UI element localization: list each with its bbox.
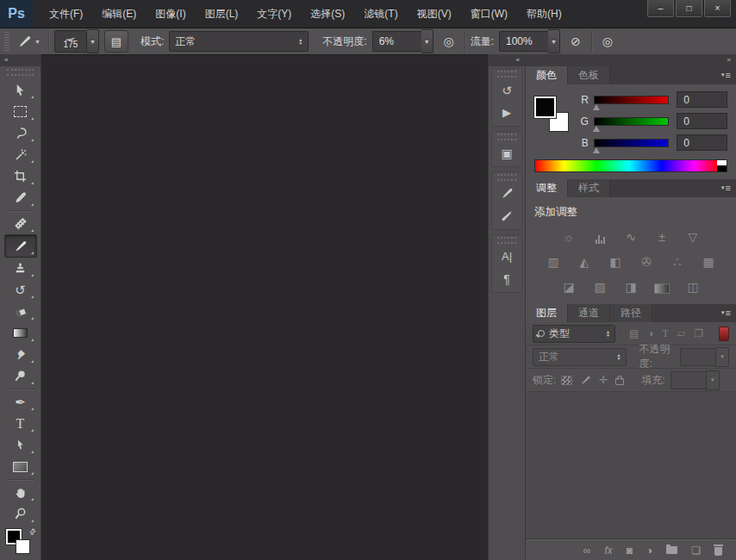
color-lookup-icon[interactable]: ▦ xyxy=(699,255,718,269)
menu-filter[interactable]: 滤镜(T) xyxy=(354,0,407,28)
lock-transparent-pixels-icon[interactable] xyxy=(561,376,572,385)
document-canvas[interactable] xyxy=(41,54,488,560)
layer-opacity-value[interactable] xyxy=(680,348,715,366)
layer-fill-value[interactable] xyxy=(671,371,706,389)
history-brush-tool[interactable]: ↺ xyxy=(5,279,36,301)
smudge-tool[interactable]: ☛ xyxy=(5,344,36,365)
dock-grip[interactable] xyxy=(497,237,516,244)
filter-type-layers-icon[interactable]: T xyxy=(663,327,669,340)
tool-preset-picker[interactable]: ▼ xyxy=(15,34,43,49)
slider-thumb[interactable] xyxy=(593,126,600,132)
lock-image-pixels-icon[interactable] xyxy=(580,375,591,386)
zoom-tool[interactable] xyxy=(5,503,36,525)
panel-menu-icon[interactable]: ▼≡ xyxy=(720,71,731,80)
flow-control[interactable]: 100% ▼ xyxy=(499,29,560,53)
filter-kind-select[interactable]: 类型 ▲▼ xyxy=(533,325,615,343)
levels-icon[interactable] xyxy=(590,230,609,244)
tablet-pressure-opacity-icon[interactable]: ◎ xyxy=(439,32,459,51)
toolbox-grip[interactable] xyxy=(7,69,34,76)
tablet-pressure-size-icon[interactable]: ◎ xyxy=(597,32,618,51)
dock-grip[interactable] xyxy=(497,71,516,78)
threshold-icon[interactable]: ◨ xyxy=(621,280,640,294)
dodge-tool[interactable] xyxy=(5,365,36,387)
chevron-down-icon[interactable]: ▼ xyxy=(87,29,99,53)
black-white-icon[interactable]: ◧ xyxy=(606,255,625,269)
exposure-icon[interactable]: ± xyxy=(652,230,671,244)
tab-swatches[interactable]: 色板 xyxy=(568,66,610,84)
menu-layer[interactable]: 图层(L) xyxy=(196,0,248,28)
slider-thumb[interactable] xyxy=(593,147,600,153)
brush-tool[interactable] xyxy=(4,234,37,258)
layer-style-icon[interactable]: fx xyxy=(604,544,612,557)
green-value[interactable]: 0 xyxy=(677,113,727,129)
menu-type[interactable]: 文字(Y) xyxy=(247,0,301,28)
horizontal-type-tool[interactable]: T xyxy=(5,413,36,434)
swap-colors-icon[interactable]: ⇄ xyxy=(28,526,38,538)
pen-tool[interactable]: ✒ xyxy=(5,391,36,413)
new-adjustment-layer-icon[interactable]: ◑ xyxy=(646,544,652,557)
minimize-button[interactable]: – xyxy=(647,0,674,17)
lock-all-icon[interactable] xyxy=(615,378,624,385)
rectangle-tool[interactable] xyxy=(5,456,36,477)
move-tool[interactable] xyxy=(5,79,36,101)
filter-toggle-switch[interactable] xyxy=(719,327,729,341)
invert-icon[interactable]: ◪ xyxy=(559,280,578,294)
layer-blend-mode-select[interactable]: 正常 ▲▼ xyxy=(533,348,627,366)
black-swatch[interactable] xyxy=(717,165,727,171)
tab-layers[interactable]: 图层 xyxy=(526,304,568,322)
delete-layer-icon[interactable] xyxy=(714,547,722,556)
filter-smart-objects-icon[interactable]: ❐ xyxy=(694,327,703,339)
red-slider[interactable] xyxy=(594,96,669,104)
menu-select[interactable]: 选择(S) xyxy=(301,0,354,28)
menu-edit[interactable]: 编辑(E) xyxy=(92,0,146,28)
character-panel-icon[interactable]: A| xyxy=(494,246,520,267)
spot-healing-brush-tool[interactable] xyxy=(5,213,36,234)
dock-grip[interactable] xyxy=(497,134,516,140)
actions-panel-icon[interactable]: ▶ xyxy=(494,102,520,123)
airbrush-icon[interactable]: ⊘ xyxy=(565,32,586,51)
clone-stamp-tool[interactable] xyxy=(5,258,36,279)
posterize-icon[interactable]: ▨ xyxy=(590,280,609,294)
panel-menu-icon[interactable]: ▼≡ xyxy=(720,184,731,193)
path-selection-tool[interactable] xyxy=(5,434,36,456)
dock-expand-chevron[interactable]: « xyxy=(489,54,525,66)
brightness-contrast-icon[interactable]: ☼ xyxy=(559,230,578,244)
dock-grip[interactable] xyxy=(497,174,516,181)
curves-icon[interactable]: ∿ xyxy=(621,230,640,244)
color-spectrum-ramp[interactable] xyxy=(534,159,727,172)
blue-slider[interactable] xyxy=(594,139,669,147)
eraser-tool[interactable] xyxy=(5,301,36,322)
green-slider[interactable] xyxy=(594,117,669,126)
layer-fill-control[interactable]: ▼ xyxy=(671,370,720,390)
new-group-icon[interactable] xyxy=(666,546,677,554)
crop-tool[interactable] xyxy=(5,165,36,187)
eyedropper-tool[interactable] xyxy=(5,187,36,208)
panel-menu-icon[interactable]: ▼≡ xyxy=(720,308,731,318)
brush-presets-panel-icon[interactable] xyxy=(494,205,520,227)
chevron-down-icon[interactable]: ▼ xyxy=(548,29,560,53)
chevron-down-icon[interactable]: ▼ xyxy=(706,370,720,390)
maximize-button[interactable]: □ xyxy=(676,0,702,17)
tab-color[interactable]: 颜色 xyxy=(526,66,568,84)
chevron-down-icon[interactable]: ▼ xyxy=(715,347,729,367)
menu-image[interactable]: 图像(I) xyxy=(146,0,195,28)
menu-help[interactable]: 帮助(H) xyxy=(517,0,571,28)
toggle-brush-panel-button[interactable]: ▤ xyxy=(104,30,128,53)
color-balance-icon[interactable]: ◭ xyxy=(575,255,594,269)
opacity-control[interactable]: 6% ▼ xyxy=(372,29,433,53)
link-layers-icon[interactable]: ∞ xyxy=(583,544,591,557)
chevron-down-icon[interactable]: ▼ xyxy=(421,29,433,53)
red-value[interactable]: 0 xyxy=(677,91,727,108)
filter-adjustment-layers-icon[interactable]: ◑ xyxy=(647,327,653,339)
tab-channels[interactable]: 通道 xyxy=(568,304,610,322)
lasso-tool[interactable] xyxy=(5,122,36,144)
properties-panel-icon[interactable]: ▣ xyxy=(494,142,520,164)
hue-saturation-icon[interactable]: ▥ xyxy=(544,255,563,269)
layers-list[interactable] xyxy=(526,392,736,539)
slider-thumb[interactable] xyxy=(593,104,600,110)
hand-tool[interactable] xyxy=(5,482,36,503)
magic-wand-tool[interactable] xyxy=(5,144,36,165)
add-layer-mask-icon[interactable]: ◙ xyxy=(627,544,633,557)
channel-mixer-icon[interactable]: ∴ xyxy=(668,255,687,269)
menu-file[interactable]: 文件(F) xyxy=(40,0,92,28)
